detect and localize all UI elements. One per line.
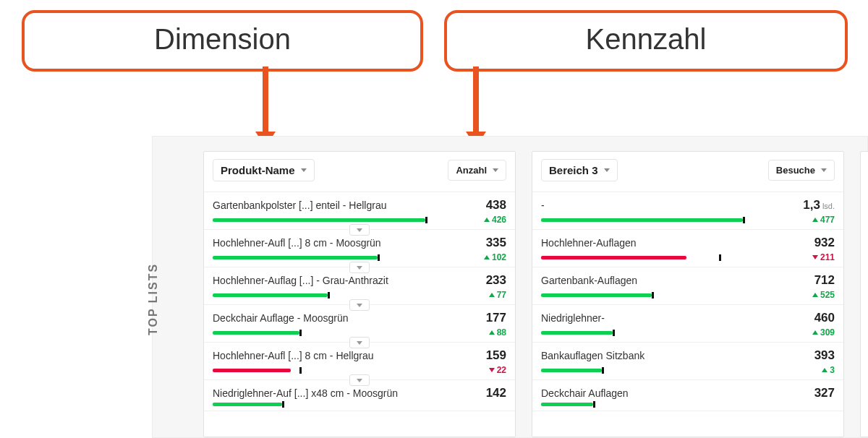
row-expander[interactable] [349,299,370,311]
item-value: 335 [486,236,506,250]
dimension-selector[interactable]: Produkt-Name [213,159,315,181]
list-item[interactable]: Niedriglehner-460309 [532,305,843,343]
trend-up-icon [812,293,818,297]
row-expander[interactable] [349,374,370,386]
dimension-label: Produkt-Name [221,164,295,176]
dimension-selector[interactable]: Bereich 3 [541,159,618,181]
top-list-panel: Bereich 3Besuche-1,3lsd.477Hochlehner-Au… [532,151,844,437]
top-list-panel: Produkt-NameAnzahlGartenbankpolster [...… [203,151,516,437]
item-name: Hochlehner-Aufl [...] 8 cm - Moosgrün [213,237,381,249]
annotation-dimension: Dimension [22,10,423,72]
trend-up-icon [489,293,495,297]
item-delta: 22 [489,365,506,375]
item-name: Niedriglehner- [541,312,605,324]
list-item[interactable]: Deckchair Auflagen327 [532,380,843,411]
item-bar [213,256,430,259]
item-delta: 309 [812,327,835,338]
item-name: Gartenbank-Auflagen [541,275,637,286]
metric-selector[interactable]: Besuche [768,160,835,181]
item-delta: 88 [489,327,506,338]
item-name: Hochlehner-Auflagen [541,237,637,249]
item-delta: 525 [812,290,835,300]
item-delta: 477 [812,215,835,225]
item-delta: 77 [489,290,506,300]
item-name: Niedriglehner-Auf [...] x48 cm - Moosgrü… [213,387,398,399]
item-bar [541,403,758,406]
trend-down-icon [812,255,818,259]
trend-down-icon [489,368,495,372]
item-bar [213,218,430,222]
chevron-down-icon [357,228,362,232]
item-value: 1,3lsd. [803,198,835,212]
chevron-down-icon [357,379,362,382]
trend-up-icon [484,255,490,259]
item-name: Deckchair Auflagen [541,387,629,399]
item-bar [541,293,758,297]
row-expander[interactable] [349,262,370,273]
item-bar [541,218,758,222]
list-item[interactable]: -1,3lsd.477 [532,192,843,230]
item-name: Bankauflagen Sitzbank [541,350,644,361]
list-item[interactable]: Bankauflagen Sitzbank3933 [532,343,843,380]
chevron-down-icon [357,304,362,307]
item-delta: 426 [484,215,506,225]
chevron-down-icon [493,168,498,172]
item-value: 712 [814,273,835,288]
item-delta: 3 [822,365,835,375]
metric-label: Besuche [776,165,815,176]
item-value: 327 [814,386,835,400]
item-value: 460 [814,311,835,325]
top-list-panel-partial [860,151,868,437]
item-value: 932 [814,236,835,250]
item-delta: 102 [484,252,506,262]
trend-up-icon [822,368,827,372]
dimension-label: Bereich 3 [549,164,598,176]
item-bar [541,256,758,259]
item-value: 142 [486,386,506,400]
item-bar [541,331,758,335]
item-value: 438 [486,198,506,212]
trend-up-icon [489,330,495,335]
item-name: - [541,199,545,211]
chevron-down-icon [357,341,362,345]
item-value: 159 [486,348,506,363]
item-value: 233 [486,273,506,288]
list-item[interactable]: Gartenbankpolster [...] enteil - Hellgra… [204,192,515,230]
list-item[interactable]: Gartenbank-Auflagen712525 [532,267,843,305]
item-name: Gartenbankpolster [...] enteil - Hellgra… [213,199,386,211]
metric-label: Anzahl [456,165,487,176]
trend-up-icon [812,330,818,335]
item-name: Hochlehner-Aufl [...] 8 cm - Hellgrau [213,350,374,361]
item-bar [213,293,430,297]
item-value: 177 [486,311,506,325]
row-expander[interactable] [349,337,370,348]
trend-up-icon [812,218,818,222]
item-value: 393 [814,348,835,363]
item-bar [213,331,430,335]
item-name: Hochlehner-Auflag [...] - Grau-Anthrazit [213,275,388,286]
row-expander[interactable] [349,224,370,236]
chevron-down-icon [357,266,362,270]
metric-selector[interactable]: Anzahl [448,160,506,181]
item-name: Deckchair Auflage - Moosgrün [213,312,349,324]
annotation-kennzahl: Kennzahl [444,10,848,72]
trend-up-icon [484,218,490,222]
item-bar [213,369,430,372]
item-bar [541,369,758,372]
chevron-down-icon [301,168,307,172]
list-item[interactable]: Hochlehner-Auflagen932211 [532,230,843,267]
section-label: TOP LISTS [147,263,160,335]
chevron-down-icon [604,168,610,172]
chevron-down-icon [821,168,827,172]
item-bar [213,403,430,406]
top-lists-region: TOP LISTS Produkt-NameAnzahlGartenbankpo… [152,136,868,438]
item-delta: 211 [812,252,835,262]
